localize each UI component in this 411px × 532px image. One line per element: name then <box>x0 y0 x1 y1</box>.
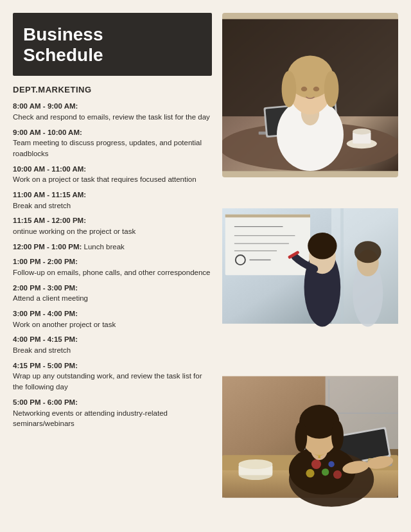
svg-point-31 <box>308 233 337 260</box>
schedule-time: 4:15 PM - 5:00 PM: <box>13 362 78 369</box>
right-panel <box>222 13 398 519</box>
dept-label: DEPT.MARKETING <box>13 85 212 94</box>
page: Business Schedule DEPT.MARKETING 8:00 AM… <box>0 0 411 532</box>
schedule-desc: ontinue working on the project or task <box>13 227 136 235</box>
svg-point-59 <box>295 421 307 452</box>
schedule-item: 12:00 PM - 1:00 PM: Lunch break <box>13 242 212 253</box>
photo-2 <box>222 184 398 348</box>
schedule-time: 8:00 AM - 9:00 AM: <box>13 102 78 110</box>
svg-point-34 <box>354 241 381 263</box>
schedule-time: 11:15 AM - 12:00 PM: <box>13 217 86 224</box>
left-panel: Business Schedule DEPT.MARKETING 8:00 AM… <box>13 13 212 519</box>
schedule-item: 10:00 AM - 11:00 AM:Work on a project or… <box>13 164 212 185</box>
photo-1 <box>222 13 398 177</box>
schedule-time: 11:00 AM - 11:15 AM: <box>13 191 86 199</box>
schedule-desc: Wrap up any outstanding work, and review… <box>13 372 202 391</box>
header-box: Business Schedule <box>13 13 212 76</box>
svg-rect-22 <box>225 215 310 218</box>
svg-point-54 <box>333 470 342 479</box>
schedule-list: 8:00 AM - 9:00 AM:Check and respond to e… <box>13 101 212 429</box>
schedule-item: 1:00 PM - 2:00 PM:Follow-up on emails, p… <box>13 256 212 278</box>
svg-point-52 <box>306 469 314 477</box>
schedule-time: 4:00 PM - 4:15 PM: <box>13 335 78 343</box>
schedule-time: 9:00 AM - 10:00 AM: <box>13 129 82 136</box>
photo-3 <box>222 355 398 519</box>
schedule-desc: Break and stretch <box>13 202 71 209</box>
schedule-time: 5:00 PM - 6:00 PM: <box>13 398 78 406</box>
schedule-item: 8:00 AM - 9:00 AM:Check and respond to e… <box>13 101 212 122</box>
schedule-desc: Follow-up on emails, phone calls, and ot… <box>13 269 211 276</box>
svg-rect-20 <box>340 208 344 324</box>
schedule-item: 5:00 PM - 6:00 PM:Networking events or a… <box>13 397 212 429</box>
svg-point-17 <box>313 87 319 92</box>
svg-point-14 <box>282 71 297 107</box>
schedule-desc: Work on a project or task that requires … <box>13 175 197 183</box>
schedule-item: 11:00 AM - 11:15 AM:Break and stretch <box>13 190 212 211</box>
schedule-time: 3:00 PM - 4:00 PM: <box>13 310 78 317</box>
page-title: Business Schedule <box>23 24 202 66</box>
schedule-time: 2:00 PM - 3:00 PM: <box>13 284 78 292</box>
svg-point-16 <box>301 87 307 92</box>
svg-point-51 <box>322 468 329 475</box>
schedule-desc: Check and respond to emails, review the … <box>13 113 210 121</box>
schedule-item: 9:00 AM - 10:00 AM:Team meeting to discu… <box>13 127 212 159</box>
schedule-time: 1:00 PM - 2:00 PM: <box>13 258 78 265</box>
schedule-time: 12:00 PM - 1:00 PM: <box>13 243 82 251</box>
schedule-desc: Work on another project or task <box>13 321 116 328</box>
schedule-desc: Networking events or attending industry-… <box>13 409 168 428</box>
svg-point-15 <box>324 71 339 107</box>
schedule-desc: Lunch break <box>84 243 125 251</box>
schedule-item: 4:15 PM - 5:00 PM:Wrap up any outstandin… <box>13 360 212 393</box>
svg-point-6 <box>353 129 371 134</box>
schedule-item: 4:00 PM - 4:15 PM:Break and stretch <box>13 334 212 355</box>
schedule-item: 11:15 AM - 12:00 PM:ontinue working on t… <box>13 215 212 236</box>
svg-point-60 <box>331 420 344 450</box>
svg-point-53 <box>328 461 334 467</box>
svg-point-44 <box>239 459 273 469</box>
schedule-item: 3:00 PM - 4:00 PM:Work on another projec… <box>13 308 212 330</box>
schedule-desc: Team meeting to discuss progress, update… <box>13 139 202 157</box>
schedule-time: 10:00 AM - 11:00 AM: <box>13 165 86 173</box>
schedule-desc: Attend a client meeting <box>13 294 88 302</box>
svg-point-50 <box>311 459 321 469</box>
schedule-desc: Break and stretch <box>13 346 71 354</box>
svg-point-56 <box>318 456 320 458</box>
schedule-item: 2:00 PM - 3:00 PM:Attend a client meetin… <box>13 283 212 304</box>
svg-rect-21 <box>225 215 310 275</box>
